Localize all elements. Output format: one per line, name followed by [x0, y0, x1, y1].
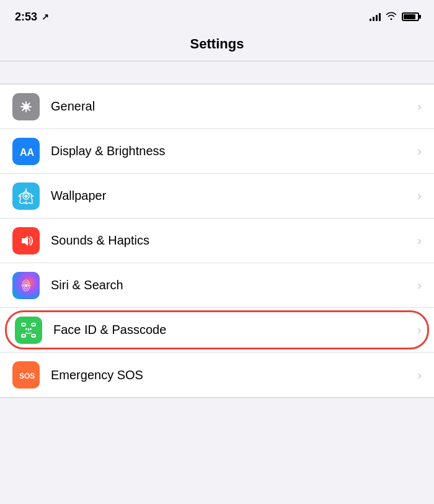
location-icon: ↗: [42, 12, 49, 22]
settings-row-sos[interactable]: SOS Emergency SOS ›: [0, 353, 434, 397]
page-header: Settings: [0, 31, 434, 61]
sos-label: Emergency SOS: [51, 368, 412, 382]
wallpaper-label: Wallpaper: [51, 189, 412, 203]
settings-row-general[interactable]: General ›: [0, 84, 434, 129]
svg-rect-26: [32, 335, 35, 337]
svg-text:AA: AA: [20, 147, 35, 158]
faceid-label: Face ID & Passcode: [53, 323, 412, 337]
settings-row-sounds[interactable]: Sounds & Haptics ›: [0, 218, 434, 263]
general-label: General: [51, 99, 412, 114]
display-chevron: ›: [417, 144, 422, 158]
siri-icon: [12, 272, 40, 299]
svg-point-27: [25, 328, 27, 330]
siri-chevron: ›: [417, 278, 422, 292]
faceid-icon: [15, 317, 42, 344]
svg-line-10: [29, 104, 29, 104]
general-chevron: ›: [417, 99, 422, 114]
section-gap: [0, 61, 434, 84]
wifi-icon: [386, 11, 397, 22]
battery-icon: [402, 12, 419, 21]
status-time: 2:53 ↗: [15, 11, 49, 24]
settings-row-display[interactable]: AA Display & Brightness ›: [0, 129, 434, 174]
svg-rect-25: [22, 335, 25, 337]
svg-point-2: [25, 106, 27, 107]
general-icon: [12, 93, 40, 120]
display-icon: AA: [12, 138, 40, 165]
sos-chevron: ›: [417, 368, 422, 382]
wallpaper-icon: [12, 182, 40, 210]
svg-rect-24: [32, 323, 35, 326]
svg-line-7: [23, 104, 24, 104]
svg-marker-18: [22, 236, 28, 246]
svg-line-8: [29, 109, 29, 109]
faceid-chevron: ›: [417, 323, 422, 337]
settings-row-wallpaper[interactable]: Wallpaper ›: [0, 174, 434, 218]
svg-text:SOS: SOS: [19, 372, 35, 380]
sos-icon: SOS: [12, 361, 40, 389]
wallpaper-chevron: ›: [417, 189, 422, 203]
sounds-chevron: ›: [417, 233, 422, 248]
svg-point-28: [30, 328, 32, 330]
settings-row-faceid[interactable]: Face ID & Passcode ›: [0, 308, 434, 353]
svg-rect-23: [22, 323, 25, 326]
status-bar: 2:53 ↗: [0, 0, 434, 31]
time-label: 2:53: [15, 11, 37, 24]
signal-icon: [370, 12, 381, 21]
siri-label: Siri & Search: [51, 278, 412, 292]
svg-line-9: [23, 109, 24, 109]
settings-row-siri[interactable]: Siri & Search ›: [0, 263, 434, 308]
display-label: Display & Brightness: [51, 144, 412, 158]
svg-point-13: [25, 194, 28, 197]
page-title: Settings: [0, 36, 434, 52]
sounds-icon: [12, 227, 40, 254]
status-icons: [370, 11, 419, 22]
settings-list: General › AA Display & Brightness › Wall…: [0, 84, 434, 398]
sounds-label: Sounds & Haptics: [51, 233, 412, 248]
